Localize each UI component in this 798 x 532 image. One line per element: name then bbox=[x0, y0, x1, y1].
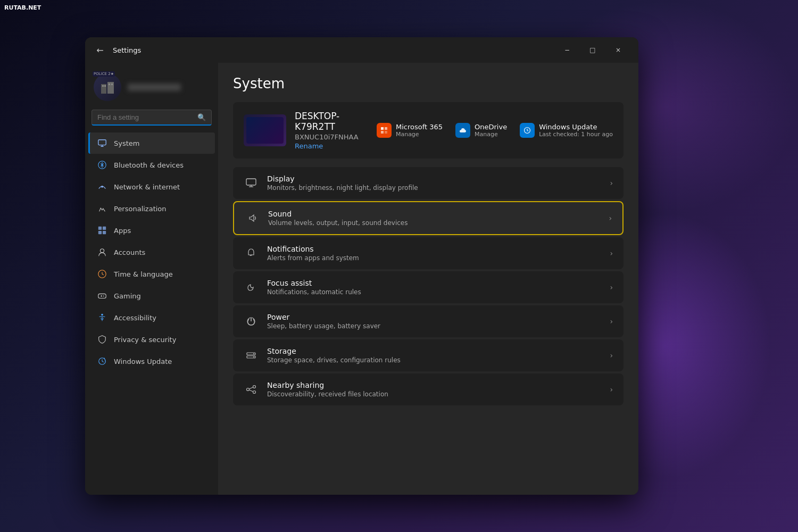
svg-rect-1 bbox=[107, 82, 114, 94]
settings-name-sound: Sound bbox=[268, 210, 600, 218]
svg-rect-23 bbox=[381, 131, 384, 134]
title-bar: ← Settings − □ × bbox=[85, 37, 638, 63]
svg-rect-3 bbox=[104, 85, 106, 87]
window-controls: − □ × bbox=[555, 43, 630, 57]
settings-name-notifications: Notifications bbox=[267, 245, 601, 253]
sidebar-item-network[interactable]: Network & internet bbox=[88, 176, 215, 197]
app-title: Settings bbox=[113, 46, 141, 54]
settings-desc-focus_assist: Notifications, automatic rules bbox=[267, 288, 601, 296]
sidebar-item-bluetooth[interactable]: Bluetooth & devices bbox=[88, 154, 215, 176]
sidebar-item-accessibility[interactable]: Accessibility bbox=[88, 307, 215, 328]
sidebar-item-time[interactable]: Time & language bbox=[88, 263, 215, 285]
nav-icon-gaming bbox=[97, 290, 107, 301]
sidebar-item-privacy[interactable]: Privacy & security bbox=[88, 329, 215, 350]
sidebar-item-windows_update[interactable]: Windows Update bbox=[88, 351, 215, 372]
nav-label-accounts: Accounts bbox=[114, 248, 145, 256]
settings-icon-sound bbox=[245, 211, 260, 226]
service-name-winupdate: Windows Update bbox=[539, 123, 613, 131]
service-text-onedrive: OneDrive Manage bbox=[475, 123, 507, 138]
settings-text-notifications: Notifications Alerts from apps and syste… bbox=[267, 245, 601, 262]
settings-text-sound: Sound Volume levels, output, input, soun… bbox=[268, 210, 600, 227]
device-info: DESKTOP-K79R2TT BXNUC10i7FNHAA Rename bbox=[295, 111, 368, 150]
service-text-winupdate: Windows Update Last checked: 1 hour ago bbox=[539, 123, 613, 138]
avatar bbox=[94, 73, 121, 101]
settings-chevron-sound: › bbox=[609, 214, 612, 222]
settings-item-focus_assist[interactable]: Focus assist Notifications, automatic ru… bbox=[233, 271, 624, 303]
settings-item-nearby_sharing[interactable]: Nearby sharing Discoverability, received… bbox=[233, 373, 624, 405]
settings-item-sound[interactable]: Sound Volume levels, output, input, soun… bbox=[233, 201, 624, 235]
search-input[interactable] bbox=[97, 113, 193, 121]
minimize-button[interactable]: − bbox=[555, 43, 579, 57]
settings-name-display: Display bbox=[267, 174, 601, 183]
settings-text-power: Power Sleep, battery usage, battery save… bbox=[267, 313, 601, 330]
settings-body: POLICE 2★ 🔍 System Bluetooth & devices N… bbox=[85, 63, 638, 495]
settings-chevron-power: › bbox=[610, 317, 613, 326]
settings-icon-focus_assist bbox=[244, 280, 259, 295]
svg-rect-6 bbox=[98, 140, 106, 145]
settings-desc-storage: Storage space, drives, configuration rul… bbox=[267, 356, 601, 364]
settings-item-storage[interactable]: Storage Storage space, drives, configura… bbox=[233, 339, 624, 371]
nav-icon-privacy bbox=[97, 334, 107, 345]
sidebar-item-apps[interactable]: Apps bbox=[88, 220, 215, 241]
service-icon-ms365 bbox=[377, 123, 392, 138]
settings-item-notifications[interactable]: Notifications Alerts from apps and syste… bbox=[233, 237, 624, 269]
svg-point-32 bbox=[253, 353, 254, 354]
settings-desc-power: Sleep, battery usage, battery saver bbox=[267, 322, 601, 330]
settings-chevron-nearby_sharing: › bbox=[610, 385, 613, 394]
svg-rect-24 bbox=[385, 131, 387, 134]
service-name-ms365: Microsoft 365 bbox=[396, 123, 443, 131]
settings-name-nearby_sharing: Nearby sharing bbox=[267, 381, 601, 389]
back-button[interactable]: ← bbox=[94, 44, 106, 56]
service-item-winupdate[interactable]: Windows Update Last checked: 1 hour ago bbox=[520, 123, 613, 138]
service-item-ms365[interactable]: Microsoft 365 Manage bbox=[377, 123, 443, 138]
svg-rect-11 bbox=[98, 227, 102, 230]
svg-rect-21 bbox=[381, 127, 384, 130]
nav-list: System Bluetooth & devices Network & int… bbox=[85, 132, 218, 372]
settings-item-power[interactable]: Power Sleep, battery usage, battery save… bbox=[233, 305, 624, 337]
device-id: BXNUC10i7FNHAA bbox=[295, 133, 368, 141]
settings-desc-sound: Volume levels, output, input, sound devi… bbox=[268, 219, 600, 227]
device-thumbnail bbox=[244, 114, 286, 146]
nav-icon-accessibility bbox=[97, 312, 107, 323]
device-rename-link[interactable]: Rename bbox=[295, 142, 368, 150]
svg-point-36 bbox=[253, 391, 256, 394]
nav-label-system: System bbox=[114, 139, 139, 147]
sidebar-item-personalization[interactable]: Personalization bbox=[88, 198, 215, 219]
settings-chevron-display: › bbox=[610, 179, 613, 187]
service-name-onedrive: OneDrive bbox=[475, 123, 507, 131]
settings-text-focus_assist: Focus assist Notifications, automatic ru… bbox=[267, 279, 601, 296]
settings-item-display[interactable]: Display Monitors, brightness, night ligh… bbox=[233, 167, 624, 199]
service-sub-onedrive: Manage bbox=[475, 131, 507, 138]
svg-point-18 bbox=[103, 296, 104, 297]
svg-rect-4 bbox=[109, 84, 110, 85]
profile-name-text bbox=[128, 84, 181, 91]
sidebar-item-accounts[interactable]: Accounts bbox=[88, 242, 215, 263]
svg-point-33 bbox=[253, 356, 254, 358]
close-button[interactable]: × bbox=[606, 43, 630, 57]
profile-section: POLICE 2★ bbox=[85, 69, 218, 110]
sidebar-item-gaming[interactable]: Gaming bbox=[88, 285, 215, 306]
svg-rect-13 bbox=[98, 231, 102, 234]
nav-label-apps: Apps bbox=[114, 227, 131, 235]
settings-desc-nearby_sharing: Discoverability, received files location bbox=[267, 390, 601, 398]
settings-icon-nearby_sharing bbox=[244, 382, 259, 397]
svg-point-35 bbox=[247, 388, 250, 391]
avatar-container: POLICE 2★ bbox=[94, 73, 121, 101]
device-services: Microsoft 365 Manage OneDrive Manage Win… bbox=[377, 123, 613, 138]
nav-icon-network bbox=[97, 181, 107, 192]
settings-text-display: Display Monitors, brightness, night ligh… bbox=[267, 174, 601, 192]
settings-name-storage: Storage bbox=[267, 347, 601, 355]
sidebar-item-system[interactable]: System bbox=[88, 132, 215, 154]
maximize-button[interactable]: □ bbox=[581, 43, 604, 57]
service-item-onedrive[interactable]: OneDrive Manage bbox=[455, 123, 507, 138]
nav-label-windows_update: Windows Update bbox=[114, 358, 172, 365]
settings-chevron-storage: › bbox=[610, 351, 613, 360]
service-sub-ms365: Manage bbox=[396, 131, 443, 138]
svg-rect-26 bbox=[246, 179, 256, 185]
svg-rect-2 bbox=[102, 85, 104, 87]
search-wrapper: 🔍 bbox=[92, 110, 212, 126]
settings-text-nearby_sharing: Nearby sharing Discoverability, received… bbox=[267, 381, 601, 398]
nav-icon-bluetooth bbox=[97, 160, 107, 170]
nav-label-accessibility: Accessibility bbox=[114, 314, 156, 322]
svg-point-19 bbox=[101, 314, 103, 316]
